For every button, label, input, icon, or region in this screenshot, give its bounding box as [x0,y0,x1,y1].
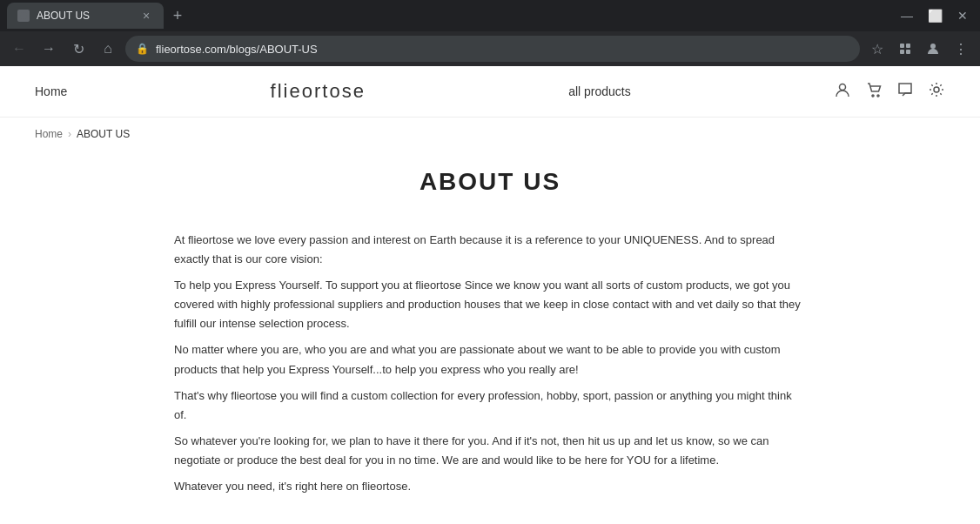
main-content: ABOUT US At flieortose we love every pas… [0,151,980,524]
svg-rect-2 [906,44,910,48]
lock-icon: 🔒 [136,43,149,55]
browser-toolbar: ← → ↻ ⌂ 🔒 flieortose.com/blogs/ABOUT-US … [0,31,980,66]
home-button[interactable]: ⌂ [96,37,120,61]
svg-rect-3 [900,50,904,54]
minimize-button[interactable]: — [896,5,917,26]
browser-chrome: ABOUT US × + — ⬜ ✕ ← → ↻ ⌂ 🔒 flieortose.… [0,0,980,66]
svg-point-6 [839,84,845,90]
chat-icon[interactable] [896,81,914,103]
header-icons [834,81,945,103]
cart-icon[interactable] [865,81,883,103]
close-window-button[interactable]: ✕ [952,5,973,26]
logo-text: flieortose [271,80,366,102]
svg-point-7 [872,95,874,97]
body-paragraph: That's why flieortose you will find a cu… [174,386,806,425]
svg-point-5 [930,44,936,49]
breadcrumb: Home › ABOUT US [0,118,980,151]
site-nav-products: all products [568,84,631,98]
body-paragraph: To help you Express Yourself. To support… [174,276,806,333]
window-controls: — ⬜ ✕ [896,5,980,26]
nav-home-link[interactable]: Home [35,84,67,98]
svg-point-9 [934,87,939,92]
breadcrumb-home[interactable]: Home [35,128,63,140]
site-nav: Home [35,84,67,98]
profile-button[interactable] [921,37,945,61]
menu-button[interactable]: ⋮ [949,37,973,61]
address-bar[interactable]: 🔒 flieortose.com/blogs/ABOUT-US [125,36,860,62]
extensions-button[interactable] [893,37,917,61]
svg-rect-1 [900,44,904,48]
svg-point-8 [877,95,879,97]
forward-button[interactable]: → [37,37,61,61]
breadcrumb-separator: › [68,128,71,140]
restore-button[interactable]: ⬜ [924,5,945,26]
breadcrumb-current: ABOUT US [77,128,130,140]
tab-title: ABOUT US [37,10,132,22]
account-icon[interactable] [834,81,851,103]
body-paragraph: At flieortose we love every passion and … [174,231,806,269]
body-paragraph: Whatever you need, it's right here on fl… [174,477,806,496]
browser-tabs: ABOUT US × + [0,0,195,31]
settings-icon[interactable] [928,81,945,103]
body-paragraph: No matter where you are, who you are and… [174,340,806,379]
page-body: At flieortose we love every passion and … [174,231,806,496]
page-title: ABOUT US [174,168,806,196]
page-wrapper: Home flieortose all products Home › ABO [0,66,980,524]
svg-point-0 [20,12,27,19]
bookmark-button[interactable]: ☆ [865,37,889,61]
reload-button[interactable]: ↻ [66,37,91,61]
tab-close-button[interactable]: × [139,9,153,23]
new-tab-button[interactable]: + [167,5,188,26]
nav-products-link[interactable]: all products [568,84,631,98]
site-header: Home flieortose all products [0,66,980,118]
svg-rect-4 [906,50,910,54]
browser-tab-active[interactable]: ABOUT US × [7,3,164,29]
site-logo: flieortose [271,80,366,103]
body-paragraph: So whatever you're looking for, we plan … [174,432,806,470]
tabs-row: ABOUT US × + — ⬜ ✕ [0,0,980,31]
url-text: flieortose.com/blogs/ABOUT-US [156,43,849,56]
back-button[interactable]: ← [7,37,31,61]
tab-favicon [17,10,30,22]
toolbar-right-icons: ☆ ⋮ [865,37,973,61]
